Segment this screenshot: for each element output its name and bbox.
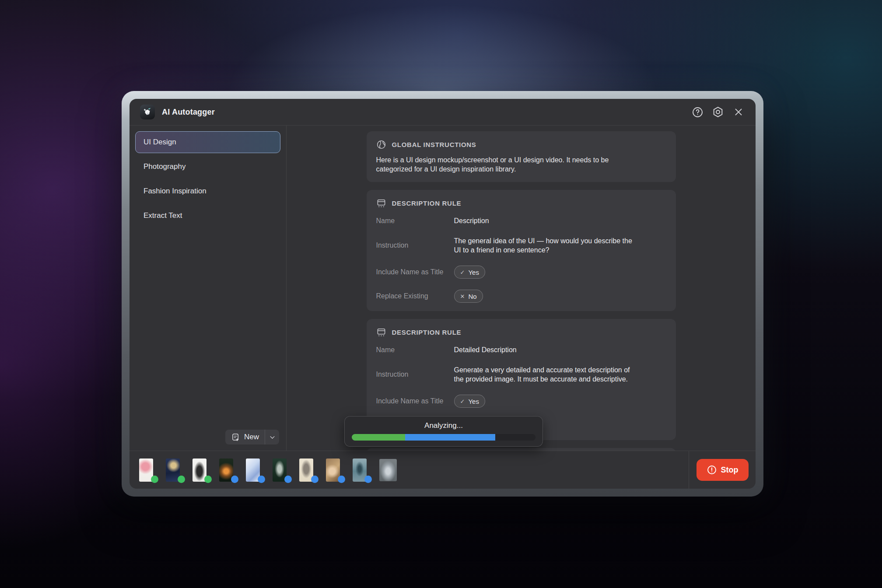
field-value-name: Detailed Description: [454, 345, 634, 354]
titlebar: AI Autotagger: [130, 99, 756, 126]
main-content: GLOBAL INSTRUCTIONS Here is a UI design …: [287, 126, 756, 451]
sidebar-item-ui-design[interactable]: UI Design: [135, 131, 280, 153]
globe-icon: [376, 140, 386, 150]
new-button[interactable]: New: [225, 430, 279, 444]
rule-fields: Name Description Instruction The general…: [376, 216, 666, 303]
thumbnail-green-paisley[interactable]: [273, 458, 287, 482]
include-name-badge: ✓ Yes: [454, 395, 485, 408]
status-dot: [204, 476, 212, 483]
analyzing-label: Analyzing...: [345, 421, 542, 430]
analyzing-overlay: Analyzing...: [344, 416, 543, 447]
status-dot: [231, 476, 238, 483]
rule-card-icon: [376, 327, 386, 337]
rule-header: DESCRIPTION RULE: [376, 327, 666, 337]
sidebar-item-label: Photography: [144, 162, 186, 171]
global-instructions-panel: GLOBAL INSTRUCTIONS Here is a UI design …: [367, 131, 676, 182]
new-button-main[interactable]: New: [225, 433, 265, 442]
sidebar-item-label: Fashion Inspiration: [144, 187, 206, 196]
stop-button-label: Stop: [721, 466, 738, 475]
thumbnail-perfume[interactable]: [353, 458, 367, 482]
global-instructions-title: GLOBAL INSTRUCTIONS: [392, 141, 476, 148]
new-button-label: New: [244, 433, 259, 441]
x-icon: ✕: [460, 293, 465, 300]
rule-card-icon: [376, 198, 386, 208]
sidebar-item-label: Extract Text: [144, 211, 182, 220]
settings-icon[interactable]: [711, 105, 724, 119]
field-value-name: Description: [454, 216, 634, 225]
field-label-instruction: Instruction: [376, 242, 454, 249]
thumbnail-navy-gold[interactable]: [166, 458, 180, 482]
sidebar-item-label: UI Design: [144, 138, 176, 147]
status-dot: [151, 476, 158, 483]
stop-button-area: Stop: [689, 451, 756, 489]
thumbnail-gold-abstract[interactable]: [326, 458, 340, 482]
app-window-frame: AI Autotagger: [122, 91, 763, 497]
field-value-instruction: Generate a very detailed and accurate te…: [454, 365, 634, 384]
help-icon[interactable]: [691, 105, 704, 119]
rule-title: DESCRIPTION RULE: [392, 329, 462, 336]
field-label-instruction: Instruction: [376, 371, 454, 378]
status-dot: [284, 476, 292, 483]
sidebar-item-fashion-inspiration[interactable]: Fashion Inspiration: [135, 180, 280, 202]
field-label-name: Name: [376, 346, 454, 354]
thumbnail-tulip[interactable]: [139, 458, 153, 482]
new-button-row: New: [135, 430, 280, 445]
field-label-replace-existing: Replace Existing: [376, 292, 454, 300]
thumbnail-blue-waves[interactable]: [246, 458, 260, 482]
app-title: AI Autotagger: [162, 108, 215, 117]
app-window: AI Autotagger: [130, 99, 756, 489]
chevron-down-icon[interactable]: [265, 430, 279, 444]
rule-title: DESCRIPTION RULE: [392, 200, 462, 207]
status-dot: [338, 476, 345, 483]
sidebar: UI Design Photography Fashion Inspiratio…: [130, 126, 287, 451]
status-dot: [258, 476, 265, 483]
sidebar-item-photography[interactable]: Photography: [135, 156, 280, 178]
field-value-instruction: The general idea of the UI — how would y…: [454, 236, 634, 255]
stop-button[interactable]: Stop: [696, 459, 749, 481]
description-rule-panel-1: DESCRIPTION RULE Name Description Instru…: [367, 190, 676, 311]
status-dot: [311, 476, 318, 483]
close-icon[interactable]: [732, 105, 745, 119]
new-document-icon: [231, 433, 240, 442]
thumbnail-dog[interactable]: [192, 458, 206, 482]
status-dot: [178, 476, 185, 483]
replace-existing-badge: ✕ No: [454, 290, 483, 303]
thumbnail-fox[interactable]: [299, 458, 313, 482]
field-label-include-name: Include Name as Title: [376, 268, 454, 276]
stop-alert-icon: [707, 465, 717, 475]
badge-label: Yes: [468, 398, 479, 405]
app-logo-icon: [140, 105, 155, 119]
window-body: UI Design Photography Fashion Inspiratio…: [130, 126, 756, 451]
check-icon: ✓: [460, 398, 465, 405]
field-label-name: Name: [376, 217, 454, 225]
badge-label: No: [468, 293, 476, 300]
check-icon: ✓: [460, 269, 465, 276]
sidebar-spacer: [135, 229, 280, 430]
progress-bar: [352, 434, 536, 441]
progress-segment-active: [405, 434, 495, 441]
sidebar-item-extract-text[interactable]: Extract Text: [135, 205, 280, 227]
badge-label: Yes: [468, 269, 479, 276]
global-instructions-text: Here is a UI design mockup/screenshot or…: [376, 155, 644, 174]
rule-header: DESCRIPTION RULE: [376, 198, 666, 208]
progress-segment-done: [352, 434, 405, 441]
thumbnail-stadium[interactable]: [379, 459, 397, 481]
thumbnail-strip: [130, 451, 689, 489]
thumbnail-forest-fire[interactable]: [219, 458, 233, 482]
include-name-badge: ✓ Yes: [454, 266, 485, 279]
footer-bar: Stop: [130, 451, 756, 489]
global-instructions-header: GLOBAL INSTRUCTIONS: [376, 140, 666, 150]
status-dot: [364, 476, 372, 483]
field-label-include-name: Include Name as Title: [376, 397, 454, 405]
